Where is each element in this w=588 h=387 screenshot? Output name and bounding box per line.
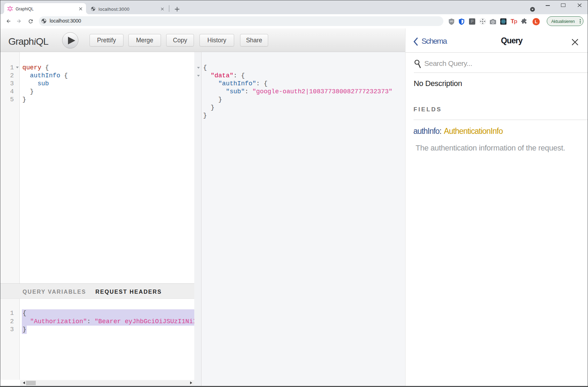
svg-text:UO: UO <box>450 20 453 23</box>
svg-text:P: P <box>471 19 474 24</box>
